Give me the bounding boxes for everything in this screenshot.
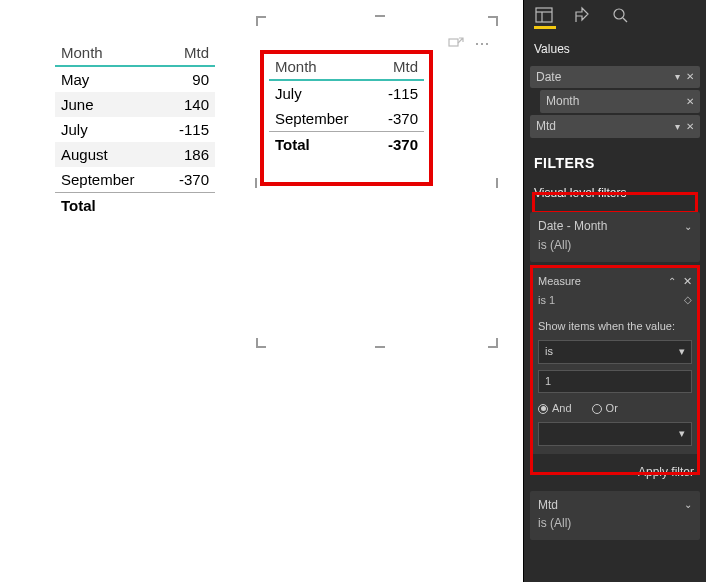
table-left: Month Mtd May90 June140 July-115 August1… [55, 40, 215, 218]
filter-title: Measure [538, 274, 581, 289]
visual-header [448, 36, 490, 52]
filter-title: Mtd [538, 497, 558, 514]
filter-logic-radios: And Or [538, 401, 692, 416]
report-canvas: Month Mtd May90 June140 July-115 August1… [0, 0, 523, 582]
svg-point-7 [614, 9, 624, 19]
radio-icon [592, 404, 602, 414]
filter-summary: is (All) [538, 237, 692, 254]
svg-rect-0 [449, 39, 458, 46]
radio-icon [538, 404, 548, 414]
col-mtd: Mtd [162, 40, 215, 66]
selection-handle[interactable] [255, 178, 257, 188]
table-row: June140 [55, 92, 215, 117]
remove-icon[interactable]: ✕ [686, 70, 694, 84]
filter-card-measure[interactable]: Measure ⌃ ✕ is 1 ◇ Show items when the v… [530, 268, 700, 454]
remove-icon[interactable]: ✕ [683, 275, 692, 287]
filter-value-input[interactable]: 1 [538, 370, 692, 393]
apply-filter-button[interactable]: Apply filter [524, 454, 706, 485]
selection-handle[interactable] [375, 346, 385, 348]
chevron-down-icon: ▾ [679, 344, 685, 359]
annotation-highlight [260, 50, 433, 186]
field-well-date[interactable]: Date ▾ ✕ [530, 66, 700, 89]
filter-operator2-select[interactable]: ▾ [538, 422, 692, 445]
active-tab-indicator [534, 26, 556, 29]
radio-or[interactable]: Or [592, 401, 618, 416]
col-month: Month [55, 40, 162, 66]
filter-card-mtd[interactable]: Mtd ⌄ is (All) [530, 491, 700, 541]
annotation-highlight [532, 192, 698, 214]
focus-mode-icon[interactable] [448, 36, 464, 52]
remove-icon[interactable]: ✕ [686, 95, 694, 109]
filter-title: Date - Month [538, 218, 607, 235]
chevron-down-icon[interactable]: ⌄ [684, 498, 692, 512]
filter-summary: is (All) [538, 515, 692, 532]
svg-point-3 [486, 43, 488, 45]
svg-line-8 [623, 18, 627, 22]
table-row: July-115 [55, 117, 215, 142]
analytics-tab-icon[interactable] [610, 6, 630, 29]
svg-rect-4 [536, 8, 552, 22]
table-row: August186 [55, 142, 215, 167]
filter-summary: is 1 [538, 293, 555, 308]
remove-icon[interactable]: ✕ [686, 120, 694, 134]
table-row: September-370 [55, 167, 215, 193]
more-options-icon[interactable] [474, 36, 490, 52]
radio-and[interactable]: And [538, 401, 572, 416]
selection-handle[interactable] [496, 178, 498, 188]
chevron-down-icon: ▾ [679, 426, 685, 441]
chevron-up-icon[interactable]: ⌃ [668, 276, 676, 287]
selection-handle[interactable] [375, 15, 385, 17]
table-total-row: Total [55, 193, 215, 219]
chevron-down-icon[interactable]: ▾ [675, 120, 680, 134]
selection-handle[interactable] [256, 338, 266, 348]
visualizations-pane: Values Date ▾ ✕ Month ✕ Mtd ▾ ✕ FILTERS … [523, 0, 706, 582]
selection-handle[interactable] [488, 338, 498, 348]
field-well-month[interactable]: Month ✕ [540, 90, 700, 113]
clear-filter-icon[interactable]: ◇ [684, 293, 692, 307]
values-section-label: Values [524, 33, 706, 64]
chevron-down-icon[interactable]: ▾ [675, 70, 680, 84]
table-row: May90 [55, 66, 215, 92]
filters-section-label: FILTERS [524, 140, 706, 180]
format-tab-icon[interactable] [572, 6, 592, 29]
chevron-down-icon[interactable]: ⌄ [684, 220, 692, 234]
filter-card-date-month[interactable]: Date - Month ⌄ is (All) [530, 212, 700, 262]
field-well-mtd[interactable]: Mtd ▾ ✕ [530, 115, 700, 138]
selection-handle[interactable] [256, 16, 266, 26]
selection-handle[interactable] [488, 16, 498, 26]
svg-point-2 [481, 43, 483, 45]
filter-condition-label: Show items when the value: [538, 319, 692, 334]
svg-point-1 [476, 43, 478, 45]
filter-operator-select[interactable]: is ▾ [538, 340, 692, 363]
